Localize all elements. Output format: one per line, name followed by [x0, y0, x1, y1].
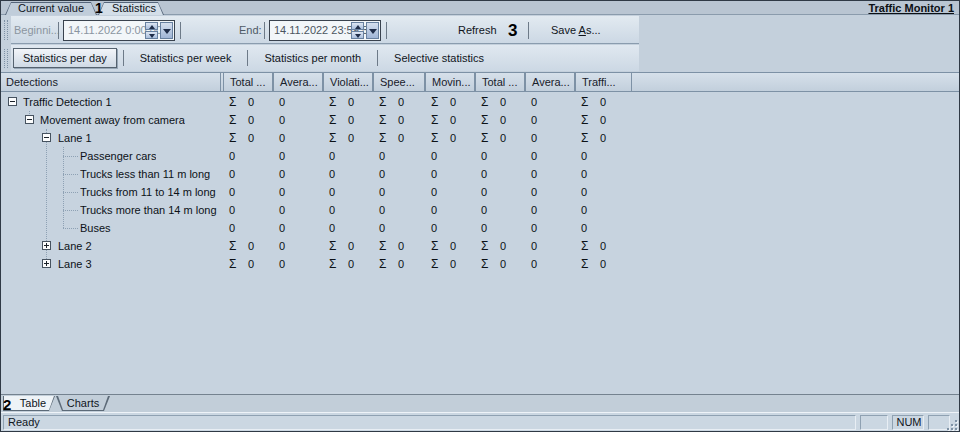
annotation-2: 2: [3, 396, 11, 413]
resize-grip-icon[interactable]: [945, 418, 957, 430]
end-date-field[interactable]: 14.11.2022 23:59:59: [269, 20, 381, 41]
begin-date-spinner[interactable]: [145, 22, 158, 39]
column-header[interactable]: Violati...: [323, 73, 373, 91]
stat-cell: 0: [279, 201, 285, 219]
stat-cell: 0: [279, 129, 285, 147]
column-header[interactable]: Avera...: [525, 73, 575, 91]
stat-cell: 0: [581, 201, 587, 219]
column-header[interactable]: Total ...: [223, 73, 273, 91]
expand-icon[interactable]: [42, 259, 51, 268]
tab-current-value[interactable]: Current value: [5, 2, 97, 15]
stat-cell: 0: [229, 183, 235, 201]
toolbar-grip-icon[interactable]: [4, 20, 8, 40]
tree-row-label: Trucks from 11 to 14 m long: [80, 183, 216, 201]
stats-period-button[interactable]: Statistics per day: [13, 48, 117, 68]
tree-line: [63, 156, 78, 157]
column-header[interactable]: Movin...: [425, 73, 475, 91]
spin-down-icon[interactable]: [145, 31, 158, 39]
sigma-sum-icon: Σ: [329, 129, 348, 147]
stats-period-button[interactable]: Selective statistics: [384, 48, 494, 68]
stat-cell: Σ0: [229, 255, 254, 273]
sigma-sum-icon: Σ: [481, 255, 500, 273]
begin-date-dropdown[interactable]: [160, 22, 173, 39]
chevron-down-icon: [163, 29, 171, 34]
detections-column-header[interactable]: Detections: [6, 73, 58, 91]
toolbar-separator: [58, 22, 59, 39]
begin-label: Beginni...: [14, 15, 60, 45]
status-panel: [860, 415, 888, 430]
tree-row[interactable]: Traffic Detection 1Σ00Σ0Σ0Σ0Σ00Σ0: [1, 93, 959, 111]
expand-icon[interactable]: [42, 241, 51, 250]
stat-cell: Σ0: [229, 93, 254, 111]
stat-cell: 0: [531, 255, 537, 273]
stats-period-button[interactable]: Statistics per month: [254, 48, 371, 68]
end-date-dropdown[interactable]: [366, 22, 379, 39]
tab-charts[interactable]: Charts: [56, 396, 110, 411]
sigma-sum-icon: Σ: [329, 255, 348, 273]
tree-row-label: Traffic Detection 1: [23, 93, 112, 111]
stat-cell: 0: [481, 183, 487, 201]
tree-row[interactable]: Trucks more than 14 m long00000000: [1, 201, 959, 219]
stat-cell: 0: [531, 183, 537, 201]
sigma-sum-icon: Σ: [431, 93, 450, 111]
tree-row[interactable]: Buses00000000: [1, 219, 959, 237]
refresh-button[interactable]: Refresh: [458, 15, 497, 45]
sigma-sum-icon: Σ: [379, 93, 398, 111]
stat-cell: 0: [279, 255, 285, 273]
toolbar-separator: [180, 22, 181, 39]
stat-cell: 0: [279, 219, 285, 237]
stat-cell: Σ0: [431, 111, 456, 129]
column-header[interactable]: Spee...: [373, 73, 425, 91]
end-date-spinner[interactable]: [351, 22, 364, 39]
top-tab-strip: Current value Statistics 1 Traffic Monit…: [1, 1, 959, 15]
grid-body: Traffic Detection 1Σ00Σ0Σ0Σ0Σ00Σ0Movemen…: [1, 92, 959, 394]
tree-row[interactable]: Trucks less than 11 m long00000000: [1, 165, 959, 183]
stat-cell: Σ0: [481, 129, 506, 147]
stat-cell: Σ0: [431, 93, 456, 111]
collapse-icon[interactable]: [25, 115, 34, 124]
stat-cell: 0: [481, 147, 487, 165]
save-as-button[interactable]: Save As...: [551, 15, 601, 45]
sigma-sum-icon: Σ: [329, 93, 348, 111]
column-header[interactable]: Avera...: [273, 73, 323, 91]
stat-cell: 0: [379, 147, 385, 165]
tree-row[interactable]: Lane 2Σ00Σ0Σ0Σ0Σ00Σ0: [1, 237, 959, 255]
stat-cell: Σ0: [229, 129, 254, 147]
stat-cell: 0: [329, 219, 335, 237]
sigma-sum-icon: Σ: [481, 93, 500, 111]
spin-down-icon[interactable]: [351, 31, 364, 39]
column-header[interactable]: Traffi...: [575, 73, 632, 91]
toolbar-separator: [123, 50, 124, 66]
stat-cell: 0: [379, 165, 385, 183]
sigma-sum-icon: Σ: [329, 237, 348, 255]
column-divider[interactable]: [220, 73, 221, 91]
tree-row[interactable]: Lane 1Σ00Σ0Σ0Σ0Σ00Σ0: [1, 129, 959, 147]
spin-up-icon[interactable]: [145, 22, 158, 30]
sigma-sum-icon: Σ: [581, 237, 600, 255]
sigma-sum-icon: Σ: [581, 93, 600, 111]
collapse-icon[interactable]: [42, 133, 51, 142]
tree-row[interactable]: Trucks from 11 to 14 m long00000000: [1, 183, 959, 201]
spin-up-icon[interactable]: [351, 22, 364, 30]
begin-date-field[interactable]: 14.11.2022 0:00:00: [63, 20, 175, 41]
sigma-sum-icon: Σ: [431, 129, 450, 147]
tree-row[interactable]: Lane 3Σ00Σ0Σ0Σ0Σ00Σ0: [1, 255, 959, 273]
stat-cell: Σ0: [329, 93, 354, 111]
stat-cell: 0: [279, 237, 285, 255]
sigma-sum-icon: Σ: [229, 111, 248, 129]
collapse-icon[interactable]: [8, 97, 17, 106]
sigma-sum-icon: Σ: [229, 93, 248, 111]
stats-period-button[interactable]: Statistics per week: [130, 48, 242, 68]
column-header[interactable]: Total ...: [475, 73, 525, 91]
tree-row-label: Buses: [80, 219, 111, 237]
tree-line: [63, 174, 78, 175]
tree-row[interactable]: Movement away from cameraΣ00Σ0Σ0Σ0Σ00Σ0: [1, 111, 959, 129]
tab-statistics[interactable]: Statistics: [98, 2, 164, 15]
stat-cell: Σ0: [581, 237, 606, 255]
toolbar-separator: [247, 50, 248, 66]
tree-row[interactable]: Passenger cars00000000: [1, 147, 959, 165]
stat-cell: Σ0: [229, 111, 254, 129]
toolbar-grip-icon[interactable]: [4, 49, 8, 68]
stats-buttons: Statistics per dayStatistics per weekSta…: [13, 47, 494, 69]
traffic-monitor-window: Current value Statistics 1 Traffic Monit…: [0, 0, 960, 432]
